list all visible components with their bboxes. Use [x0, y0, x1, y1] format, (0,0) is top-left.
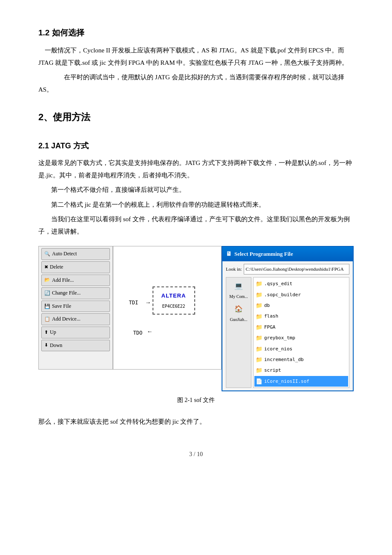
dialog-lookin: Look in: C:\Users\Guo.Jiahong\Desktop\we… — [226, 264, 349, 275]
section-2: 2、使用方法 — [38, 108, 354, 126]
dialog-left-nav: 💻 My Com... 🏠 GuoJiah... — [226, 277, 251, 388]
file-name: script — [264, 366, 281, 375]
middle-diagram: TDI → ALTERA EP4CE6E22 TDO ← — [113, 246, 222, 370]
dialog-title-icon: 🖥 — [226, 249, 232, 259]
save-file-icon: 💾 — [44, 302, 50, 311]
file-name: db — [264, 301, 270, 310]
section-1-2-para1: 一般情况下，Cyclone II 开发板上应该有两种下载模式，AS 和 JTAG… — [38, 44, 354, 69]
section-2-1-after-para1: 那么，接下来就应该去把 sof 文件转化为想要的 jic 文件了。 — [38, 416, 354, 428]
file-name-selected: iCore_niosII.sof — [264, 377, 309, 386]
btn-add-device[interactable]: 📋 Add Device... — [41, 313, 110, 325]
file-name: FPGA — [264, 323, 276, 332]
btn-down-label: Down — [50, 341, 62, 350]
btn-delete-label: Delete — [50, 263, 63, 272]
file-item[interactable]: 📁 FPGA — [254, 322, 348, 332]
delete-icon: ✖ — [44, 263, 48, 272]
file-name: .sopc_builder — [264, 291, 301, 299]
btn-auto-detect-label: Auto Detect — [52, 249, 77, 259]
folder-icon: 📁 — [256, 312, 262, 321]
folder-icon: 📁 — [256, 333, 262, 343]
heading-1-2: 1.2 如何选择 — [38, 26, 354, 40]
btn-add-file-label: Add File... — [52, 276, 74, 285]
chip-brand-label: ALTERA — [160, 291, 187, 301]
btn-save-file[interactable]: 💾 Save File — [41, 301, 110, 312]
section-2-1: 2.1 JATG 方式 这是最常见的下载方式，它其实是支持掉电保存的。JATG … — [38, 139, 354, 237]
add-file-icon: 📂 — [44, 276, 50, 284]
chain-area: TDI → ALTERA EP4CE6E22 TDO ← — [129, 274, 206, 342]
file-name: icore_nios — [264, 345, 292, 353]
btn-up[interactable]: ⬆ Up — [41, 327, 110, 338]
auto-detect-icon: 🔍 — [44, 250, 50, 258]
btn-down[interactable]: ⬇ Down — [41, 340, 110, 352]
chip-box: ALTERA EP4CE6E22 — [153, 286, 195, 314]
btn-add-file[interactable]: 📂 Add File... — [41, 275, 110, 286]
tdi-label: TDI — [129, 298, 138, 308]
file-item[interactable]: 📁 flash — [254, 311, 348, 322]
btn-change-file[interactable]: 🔄 Change File... — [41, 287, 110, 299]
arrow-left-icon: ← — [147, 326, 153, 337]
dialog-title-label: Select Programming File — [234, 249, 293, 259]
folder-icon: 📁 — [256, 365, 262, 375]
folder-icon: 📁 — [256, 355, 262, 364]
sof-file-icon: 📄 — [256, 376, 262, 386]
section-2-1-after: 那么，接下来就应该去把 sof 文件转化为想要的 jic 文件了。 — [38, 416, 354, 428]
up-icon: ⬆ — [44, 328, 48, 337]
file-item[interactable]: 📁 .qsys_edit — [254, 278, 348, 289]
dialog-file-list[interactable]: 📁 .qsys_edit 📁 .sopc_builder 📁 db � — [253, 277, 349, 388]
file-item[interactable]: 📁 script — [254, 365, 348, 376]
file-item[interactable]: 📁 icore_nios — [254, 344, 348, 354]
section-2-1-para4: 当我们在这里可以看得到 sof 文件，代表程序编译通过，产生可下载的文件。这里我… — [38, 213, 354, 237]
section-2-1-para3: 第二个格式 jic 是在第一个的根底上，利用软件自带的功能进展转格式而来。 — [38, 199, 354, 211]
file-item[interactable]: 📁 db — [254, 300, 348, 311]
mycomputer-icon: 💻 — [234, 280, 243, 292]
file-item[interactable]: 📁 incremental_db — [254, 354, 348, 365]
btn-delete[interactable]: ✖ Delete — [41, 261, 110, 273]
home-icon: 🏠 — [234, 303, 243, 315]
file-name: greybox_tmp — [264, 334, 295, 342]
tdo-label: TDO — [133, 329, 143, 338]
folder-icon: 📁 — [256, 279, 262, 289]
folder-icon: 📁 — [256, 322, 262, 332]
btn-up-label: Up — [50, 328, 56, 337]
section-1-2-para2: 在平时的调试当中，使用默认的 JATG 会是比拟好的方式，当遇到需要保存程序的时… — [38, 71, 354, 95]
lookin-label: Look in: — [226, 265, 242, 274]
figure-2-1: 🔍 Auto Detect ✖ Delete 📂 Add File... 🔄 C… — [38, 246, 354, 408]
file-name: flash — [264, 312, 278, 321]
file-item[interactable]: 📁 .sopc_builder — [254, 289, 348, 300]
arrow-right-icon: → — [145, 297, 151, 308]
btn-auto-detect[interactable]: 🔍 Auto Detect — [41, 248, 110, 260]
figure-caption: 图 2-1 sof 文件 — [177, 395, 215, 406]
nav-item-mycomputer[interactable]: 💻 My Com... — [227, 279, 250, 301]
left-panel: 🔍 Auto Detect ✖ Delete 📂 Add File... 🔄 C… — [38, 246, 113, 370]
file-item[interactable]: 📁 greybox_tmp — [254, 332, 348, 343]
folder-icon: 📁 — [256, 290, 262, 300]
change-file-icon: 🔄 — [44, 289, 50, 298]
page-number: 3 / 10 — [38, 449, 354, 460]
down-icon: ⬇ — [44, 341, 48, 350]
btn-change-file-label: Change File... — [52, 289, 81, 298]
add-device-icon: 📋 — [44, 315, 50, 324]
nav-item-home-label: GuoJiah... — [230, 316, 248, 324]
btn-add-device-label: Add Device... — [52, 315, 81, 324]
figure-images: 🔍 Auto Detect ✖ Delete 📂 Add File... 🔄 C… — [38, 246, 354, 391]
heading-2-1: 2.1 JATG 方式 — [38, 139, 354, 153]
nav-item-home[interactable]: 🏠 GuoJiah... — [227, 302, 250, 324]
nav-item-mycomputer-label: My Com... — [229, 293, 248, 301]
section-2-1-para1: 这是最常见的下载方式，它其实是支持掉电保存的。JATG 方式下支持两种下载文件，… — [38, 157, 354, 181]
dialog-titlebar: 🖥 Select Programming File — [222, 247, 353, 261]
section-2-1-para2: 第一个格式不做介绍，直接编译后就可以产生。 — [38, 184, 354, 196]
file-name: .qsys_edit — [264, 280, 292, 288]
dialog-main: 💻 My Com... 🏠 GuoJiah... 📁 .qsys_edit — [226, 277, 349, 388]
folder-icon: 📁 — [256, 344, 262, 354]
right-dialog: 🖥 Select Programming File Look in: C:\Us… — [222, 246, 354, 391]
dialog-body: Look in: C:\Users\Guo.Jiahong\Desktop\we… — [222, 261, 353, 391]
section-1-2: 1.2 如何选择 一般情况下，Cyclone II 开发板上应该有两种下载模式，… — [38, 26, 354, 95]
chip-name-label: EP4CE6E22 — [160, 303, 187, 310]
file-item-selected[interactable]: 📄 iCore_niosII.sof — [254, 376, 348, 387]
folder-icon: 📁 — [256, 301, 262, 310]
heading-2: 2、使用方法 — [38, 108, 354, 126]
file-name: incremental_db — [264, 356, 304, 364]
btn-save-file-label: Save File — [52, 302, 71, 311]
lookin-path: C:\Users\Guo.Jiahong\Desktop\wendushidu1… — [244, 264, 349, 275]
